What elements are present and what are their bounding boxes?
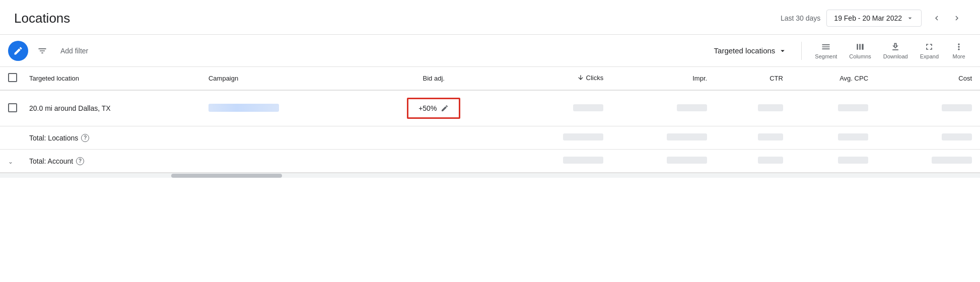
total-account-bid-cell (360, 150, 508, 173)
segment-icon (821, 42, 831, 52)
date-picker-button[interactable]: 19 Feb - 20 Mar 2022 (826, 10, 922, 27)
cell-avg-cpc (791, 90, 876, 126)
targeted-locations-dropdown[interactable]: Targeted locations (708, 42, 794, 59)
date-nav-arrows (928, 9, 966, 27)
scrollbar-thumb[interactable] (171, 174, 282, 178)
columns-label: Columns (849, 53, 871, 59)
toolbar: Add filter Targeted locations Segment Co… (0, 35, 980, 67)
total-locations-help-icon[interactable]: ? (81, 134, 89, 142)
more-button[interactable]: More (946, 39, 972, 62)
total-account-expand-icon[interactable]: ⌄ (8, 158, 13, 165)
total-locations-cost-placeholder (942, 133, 972, 140)
total-locations-row: Total: Locations ? (0, 126, 980, 150)
total-locations-cost-cell (876, 126, 980, 150)
cell-cost (876, 90, 980, 126)
total-locations-ctr-placeholder (758, 133, 783, 140)
chevron-down-icon (906, 14, 914, 22)
targeted-locations-label: Targeted locations (714, 46, 776, 55)
total-account-help-icon[interactable]: ? (76, 157, 84, 165)
cost-value-placeholder (942, 104, 972, 111)
next-date-button[interactable] (948, 9, 966, 27)
sort-down-icon (577, 74, 584, 81)
total-account-avg-cpc-placeholder (838, 157, 868, 164)
total-locations-avg-cpc-cell (791, 126, 876, 150)
total-account-clicks-placeholder (563, 157, 603, 164)
total-locations-label: Total: Locations ? (29, 134, 192, 142)
total-locations-label-cell: Total: Locations ? (21, 126, 200, 150)
dropdown-arrow-icon (778, 46, 787, 55)
cell-ctr (715, 90, 791, 126)
cell-impr (611, 90, 715, 126)
col-cost[interactable]: Cost (876, 67, 980, 90)
total-locations-ctr-cell (715, 126, 791, 150)
add-filter-button[interactable]: Add filter (56, 44, 92, 58)
bid-adj-highlight: +50% (407, 98, 460, 119)
cell-bid-adj: +50% (360, 90, 508, 126)
page-header: Locations Last 30 days 19 Feb - 20 Mar 2… (0, 0, 980, 35)
row-checkbox[interactable] (8, 103, 17, 112)
col-impr[interactable]: Impr. (611, 67, 715, 90)
more-vert-icon (954, 42, 964, 52)
row-checkbox-cell[interactable] (0, 90, 21, 126)
total-account-ctr-cell (715, 150, 791, 173)
total-locations-bid-cell (360, 126, 508, 150)
table-body: 20.0 mi around Dallas, TX +50% (0, 90, 980, 173)
col-avg-cpc[interactable]: Avg. CPC (791, 67, 876, 90)
col-bid-adj[interactable]: Bid adj. (360, 67, 508, 90)
select-all-cell[interactable] (0, 67, 21, 90)
page-title: Locations (14, 11, 70, 26)
col-targeted-location[interactable]: Targeted location (21, 67, 200, 90)
cell-campaign (200, 90, 360, 126)
clicks-sort-arrow: Clicks (577, 74, 604, 82)
prev-date-button[interactable] (928, 9, 946, 27)
expand-label: Expand (920, 53, 939, 59)
col-ctr[interactable]: CTR (715, 67, 791, 90)
select-all-checkbox[interactable] (8, 73, 17, 82)
data-table: Targeted location Campaign Bid adj. Clic… (0, 67, 980, 173)
total-account-avg-cpc-cell (791, 150, 876, 173)
download-icon (890, 42, 900, 52)
total-account-label-cell: Total: Account ? (21, 150, 200, 173)
total-locations-impr-cell (611, 126, 715, 150)
expand-button[interactable]: Expand (915, 39, 944, 62)
total-locations-checkbox-cell (0, 126, 21, 150)
data-table-wrap: Targeted location Campaign Bid adj. Clic… (0, 67, 980, 173)
cell-clicks (508, 90, 611, 126)
total-account-impr-placeholder (667, 157, 707, 164)
bid-adj-value: +50% (418, 104, 437, 112)
cell-targeted-location: 20.0 mi around Dallas, TX (21, 90, 200, 126)
edit-pencil-icon[interactable] (441, 104, 449, 112)
total-account-ctr-placeholder (758, 157, 783, 164)
horizontal-scrollbar[interactable] (0, 173, 980, 178)
columns-icon (855, 42, 865, 52)
date-range-value: 19 Feb - 20 Mar 2022 (834, 14, 902, 22)
clicks-value-placeholder (573, 104, 603, 111)
total-account-row: ⌄ Total: Account ? (0, 150, 980, 173)
date-range-label: Last 30 days (781, 14, 820, 22)
filter-button[interactable] (32, 41, 52, 61)
campaign-blurred (208, 104, 279, 112)
total-account-clicks-cell (508, 150, 611, 173)
avg-cpc-value-placeholder (838, 104, 868, 111)
segment-button[interactable]: Segment (810, 39, 842, 62)
total-locations-clicks-cell (508, 126, 611, 150)
toolbar-divider (801, 42, 802, 60)
total-account-cost-cell (876, 150, 980, 173)
header-right: Last 30 days 19 Feb - 20 Mar 2022 (781, 9, 966, 27)
col-campaign[interactable]: Campaign (200, 67, 360, 90)
total-account-campaign-cell (200, 150, 360, 173)
col-clicks[interactable]: Clicks (508, 67, 611, 90)
total-account-impr-cell (611, 150, 715, 173)
total-locations-avg-cpc-placeholder (838, 133, 868, 140)
total-locations-impr-placeholder (667, 133, 707, 140)
columns-button[interactable]: Columns (844, 39, 876, 62)
download-label: Download (883, 53, 908, 59)
table-row: 20.0 mi around Dallas, TX +50% (0, 90, 980, 126)
download-button[interactable]: Download (878, 39, 913, 62)
impr-value-placeholder (677, 104, 707, 111)
edit-button[interactable] (8, 41, 28, 61)
ctr-value-placeholder (758, 104, 783, 111)
total-locations-clicks-placeholder (563, 133, 603, 140)
total-locations-campaign-cell (200, 126, 360, 150)
segment-label: Segment (815, 53, 837, 59)
